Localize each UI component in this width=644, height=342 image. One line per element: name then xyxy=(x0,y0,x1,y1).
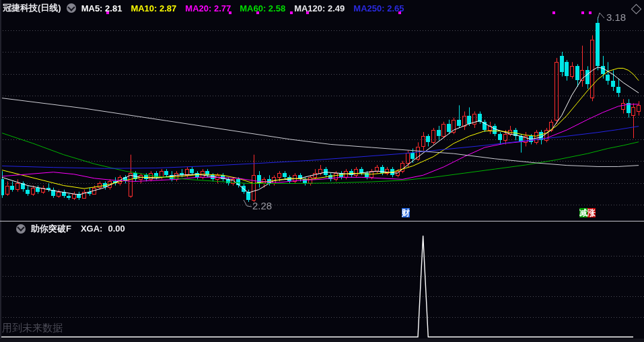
event-badge-涨[interactable]: 涨 xyxy=(587,208,596,217)
bottom-window-edge xyxy=(0,339,644,342)
signal-dot xyxy=(290,11,293,14)
panel-separator xyxy=(0,221,644,221)
signal-dot xyxy=(229,11,231,14)
stock-name-period: 冠捷科技(日线) xyxy=(3,2,61,14)
signal-dot xyxy=(581,11,584,14)
chevron-glyph xyxy=(67,3,75,11)
future-data-watermark: 用到未来数据 xyxy=(2,322,63,335)
chart-canvas[interactable] xyxy=(0,0,644,342)
ma-legend: MA5: 2.81MA10: 2.87MA20: 2.77MA60: 2.58M… xyxy=(81,3,404,13)
indicator-value: 0.00 xyxy=(108,224,124,234)
signal-dot xyxy=(589,11,592,14)
signal-dot xyxy=(256,11,259,14)
ma-label-MA250: MA250: 2.65 xyxy=(353,3,404,13)
indicator-title: 助你突破F xyxy=(31,223,71,235)
ma-label-MA5: MA5: 2.81 xyxy=(81,3,122,13)
high-price-label: 3.18 xyxy=(606,11,626,23)
signal-dot xyxy=(552,11,555,14)
signal-dot xyxy=(398,11,401,14)
low-price-label: 2.28 xyxy=(252,200,272,211)
chevron-glyph xyxy=(17,224,24,231)
chevron-down-circle-icon[interactable] xyxy=(67,3,76,13)
signal-dot xyxy=(306,11,309,14)
stock-chart-window: 冠捷科技(日线) MA5: 2.81MA10: 2.87MA20: 2.77MA… xyxy=(0,0,644,342)
ma-label-MA10: MA10: 2.87 xyxy=(131,3,176,13)
ma-label-MA120: MA120: 2.49 xyxy=(294,3,345,13)
signal-dot xyxy=(106,11,109,14)
event-badge-财[interactable]: 财 xyxy=(402,208,410,217)
indicator-panel-header: 助你突破F XGA: 0.00 xyxy=(16,223,125,234)
main-chart-header: 冠捷科技(日线) MA5: 2.81MA10: 2.87MA20: 2.77MA… xyxy=(3,2,404,14)
ma-label-MA20: MA20: 2.77 xyxy=(185,3,231,13)
chevron-down-circle-icon[interactable] xyxy=(16,224,26,234)
left-edge-border xyxy=(0,0,1,342)
indicator-label: XGA: xyxy=(81,224,103,234)
event-badge-减[interactable]: 减 xyxy=(579,208,587,217)
ma-label-MA60: MA60: 2.58 xyxy=(240,3,285,13)
